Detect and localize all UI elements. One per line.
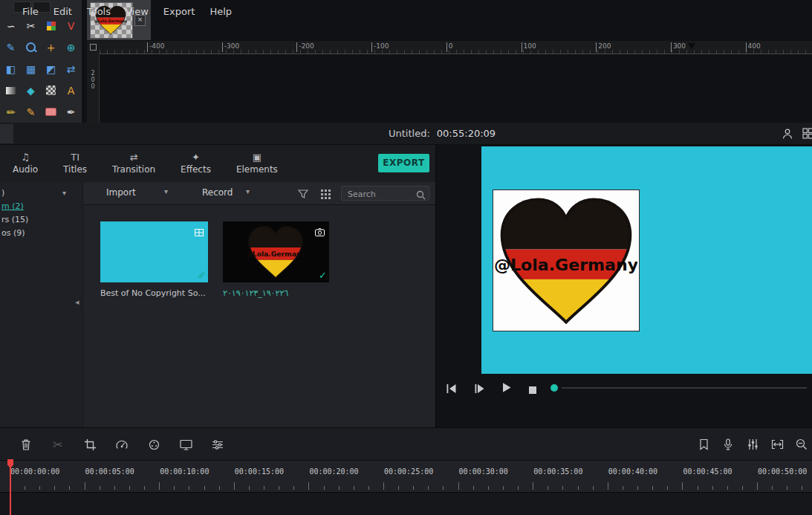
timeline-tick xyxy=(757,482,758,490)
tab-effects[interactable]: ✦Effects xyxy=(168,145,224,182)
timeline-label: 00:00:30:00 xyxy=(459,467,508,476)
sidebar-item-3[interactable]: os (9) xyxy=(0,227,82,240)
eraser-icon[interactable] xyxy=(41,101,61,123)
timeline-tick xyxy=(264,486,264,490)
timeline-tick xyxy=(114,486,115,490)
menu-edit[interactable]: Edit xyxy=(46,6,79,17)
media-item-video[interactable]: ✓ xyxy=(100,221,208,282)
zoom-tool-icon[interactable] xyxy=(21,36,41,58)
timeline-tick xyxy=(339,486,340,490)
pencil-icon[interactable]: ✎ xyxy=(1,36,21,58)
flip-icon[interactable]: ⇄ xyxy=(61,58,81,80)
sidebar-item-2[interactable]: rs (15) xyxy=(0,213,82,227)
ruler-label: 0 xyxy=(446,42,453,52)
delete-button[interactable] xyxy=(19,437,33,452)
zoom-out-button[interactable] xyxy=(794,437,809,452)
mixer-button[interactable] xyxy=(745,437,760,452)
sidebar-item-1[interactable]: m (2) xyxy=(0,200,82,213)
adjust-button[interactable] xyxy=(210,437,225,452)
menu-help[interactable]: Help xyxy=(202,6,239,17)
pattern-icon[interactable] xyxy=(41,80,61,101)
account-button[interactable] xyxy=(782,128,793,143)
timeline-tick xyxy=(144,486,145,490)
export-button[interactable]: EXPORT xyxy=(378,154,429,172)
fit-timeline-button[interactable] xyxy=(770,437,785,452)
timeline-label: 00:00:25:00 xyxy=(384,467,433,476)
record-button[interactable]: Record xyxy=(202,187,233,198)
filter-button[interactable] xyxy=(298,188,308,202)
timeline-tick xyxy=(652,486,653,490)
menu-export[interactable]: Export xyxy=(156,6,203,17)
move-icon[interactable]: ⊕ xyxy=(61,36,81,58)
text-tool-icon[interactable]: A xyxy=(61,80,81,101)
menu-file[interactable]: File xyxy=(15,6,46,17)
scrubber-handle[interactable] xyxy=(550,384,558,392)
timeline-label: 00:00:45:00 xyxy=(683,467,732,476)
playhead-line[interactable] xyxy=(10,460,11,515)
stop-button[interactable] xyxy=(528,383,537,398)
layout-button[interactable] xyxy=(802,128,812,142)
camera-icon xyxy=(315,225,325,239)
menu-tools[interactable]: Tools xyxy=(79,6,118,17)
cut-button[interactable]: ✂ xyxy=(51,437,65,452)
scrubber-track[interactable] xyxy=(562,387,807,389)
align-icon[interactable]: ◧ xyxy=(1,58,21,80)
chevron-down-icon[interactable]: ▾ xyxy=(62,187,66,200)
pencil-2-icon[interactable]: ✏ xyxy=(1,101,21,123)
media-item-image[interactable]: ✓ xyxy=(223,221,329,282)
play-icon xyxy=(501,382,512,393)
import-button[interactable]: Import xyxy=(106,187,136,198)
layout-grid-icon xyxy=(802,128,812,139)
heal-icon[interactable]: + xyxy=(41,36,61,58)
timeline-label: 00:00:05:00 xyxy=(85,467,134,476)
previous-frame-button[interactable] xyxy=(446,383,457,397)
project-timecode: 00:55:20:09 xyxy=(437,128,496,139)
paintbrush-icon[interactable]: ✎ xyxy=(21,101,41,123)
ruler-label: 300 xyxy=(671,42,686,52)
timeline-tick xyxy=(25,486,25,490)
filter-icon xyxy=(298,190,308,199)
marker-icon xyxy=(699,438,709,450)
sidebar-item-0[interactable]: )▾ xyxy=(0,187,82,200)
transform-icon[interactable]: ◩ xyxy=(41,58,61,80)
speed-button[interactable] xyxy=(114,437,129,452)
timeline-label: 00:00:10:00 xyxy=(160,467,209,476)
gradient-icon[interactable] xyxy=(1,80,21,101)
bucket-fill-icon[interactable]: ◆ xyxy=(21,80,41,101)
chevron-down-icon[interactable]: ▾ xyxy=(164,187,168,195)
play-button[interactable] xyxy=(501,382,512,396)
search-input[interactable] xyxy=(346,187,418,201)
tab-transition[interactable]: ⇄Transition xyxy=(100,145,168,182)
timeline-tick xyxy=(458,482,459,490)
crop-tool-icon[interactable]: ▦ xyxy=(21,58,41,80)
timeline-tick xyxy=(324,486,325,490)
timeline-tick xyxy=(712,486,713,490)
grid-view-button[interactable] xyxy=(321,188,331,202)
marker-button[interactable] xyxy=(696,437,711,452)
tab-elements[interactable]: ▣Elements xyxy=(224,145,290,182)
tab-label: Titles xyxy=(63,164,87,175)
timeline-tick xyxy=(368,486,369,490)
timeline-tick xyxy=(637,486,638,490)
ink-icon[interactable]: ✒ xyxy=(61,101,81,123)
ruler-label: -100 xyxy=(371,42,389,52)
search-icon[interactable] xyxy=(416,189,426,203)
timeline-tick xyxy=(518,486,519,490)
speedometer-icon xyxy=(116,439,128,450)
chevron-down-icon[interactable]: ▾ xyxy=(246,187,250,195)
color-button[interactable] xyxy=(146,437,161,452)
tab-audio[interactable]: ♫Audio xyxy=(0,145,51,182)
crop-button[interactable] xyxy=(82,437,97,452)
screen-button[interactable] xyxy=(178,437,193,452)
menu-view[interactable]: View xyxy=(118,6,156,17)
zoom-out-icon xyxy=(796,438,808,450)
timeline-tick xyxy=(772,486,773,490)
timeline-ruler[interactable]: 00:00:00:0000:00:05:0000:00:10:0000:00:1… xyxy=(0,460,812,492)
timeline-tick xyxy=(548,486,548,490)
timeline-tick xyxy=(219,486,220,490)
collapse-panel-icon[interactable]: ◂ xyxy=(75,297,79,307)
next-frame-button[interactable] xyxy=(474,383,485,397)
timeline-label: 00:00:35:00 xyxy=(533,467,582,476)
voiceover-button[interactable] xyxy=(721,437,735,452)
tab-titles[interactable]: TITitles xyxy=(51,145,100,182)
